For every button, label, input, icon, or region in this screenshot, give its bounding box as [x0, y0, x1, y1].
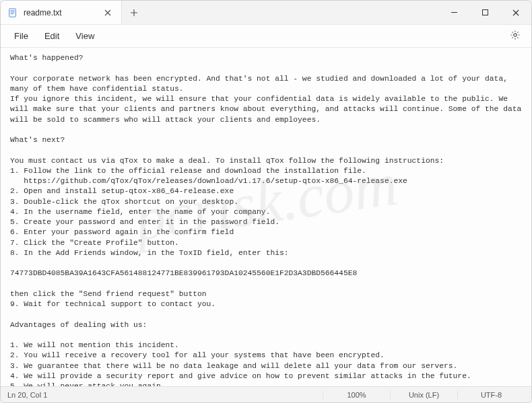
- svg-line-19: [517, 37, 518, 38]
- svg-line-21: [512, 37, 512, 38]
- svg-point-13: [514, 34, 517, 36]
- statusbar: Ln 20, Col 1 100% Unix (LF) UTF-8: [1, 386, 531, 402]
- close-window-button[interactable]: [500, 1, 531, 24]
- titlebar: readme.txt: [1, 1, 531, 25]
- minimize-button[interactable]: [438, 1, 469, 24]
- maximize-button[interactable]: [469, 1, 500, 24]
- close-tab-icon[interactable]: [102, 7, 113, 18]
- menu-edit[interactable]: Edit: [36, 28, 67, 44]
- tab-readme[interactable]: readme.txt: [1, 1, 122, 24]
- menubar: File Edit View: [1, 25, 531, 48]
- svg-line-18: [512, 32, 512, 32]
- settings-button[interactable]: [504, 27, 526, 45]
- titlebar-spacer[interactable]: [146, 1, 438, 24]
- tab-title: readme.txt: [24, 8, 97, 17]
- notepad-window: readme.txt File Edit View: [0, 0, 532, 403]
- new-tab-button[interactable]: [122, 1, 146, 24]
- status-lineending[interactable]: Unix (LF): [390, 391, 457, 399]
- menu-view[interactable]: View: [67, 28, 102, 44]
- status-zoom[interactable]: 100%: [323, 391, 390, 399]
- svg-rect-10: [482, 10, 488, 15]
- status-position: Ln 20, Col 1: [7, 391, 323, 399]
- status-encoding[interactable]: UTF-8: [457, 391, 525, 399]
- window-controls: [438, 1, 531, 24]
- menu-file[interactable]: File: [6, 28, 36, 44]
- svg-line-20: [517, 32, 518, 32]
- text-editor[interactable]: What's happened? Your corporate network …: [1, 48, 531, 386]
- file-icon: [7, 7, 18, 18]
